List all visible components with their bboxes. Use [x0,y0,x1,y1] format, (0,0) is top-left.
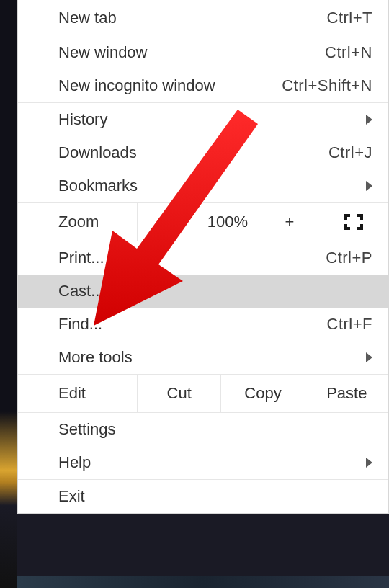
menu-item-label: Exit [58,487,372,506]
menu-item-shortcut: Ctrl+F [293,315,372,334]
menu-item-new-tab[interactable]: New tab Ctrl+T [18,0,388,36]
menu-item-more-tools[interactable]: More tools [18,341,388,374]
chevron-right-icon [366,115,372,125]
menu-item-shortcut: Ctrl+Shift+N [282,76,372,95]
menu-item-cast[interactable]: Cast... [18,275,388,308]
menu-item-label: Find... [58,315,293,334]
menu-item-label: Bookmarks [58,177,360,195]
menu-item-label: Print... [58,249,293,267]
menu-item-find[interactable]: Find... Ctrl+F [18,308,388,341]
paste-button[interactable]: Paste [305,375,388,412]
menu-item-label: New tab [58,9,293,27]
cut-button[interactable]: Cut [138,375,221,412]
menu-item-downloads[interactable]: Downloads Ctrl+J [18,136,388,169]
fullscreen-icon [344,214,363,230]
menu-item-print[interactable]: Print... Ctrl+P [18,241,388,275]
zoom-in-button[interactable]: + [261,203,318,241]
menu-item-label: History [58,110,360,129]
zoom-out-button[interactable]: − [138,203,194,241]
menu-item-label: Help [58,453,360,472]
menu-item-help[interactable]: Help [18,446,388,479]
chevron-right-icon [366,458,372,468]
background-window-bottom [17,576,389,588]
menu-item-history[interactable]: History [18,103,388,136]
zoom-label: Zoom [18,203,138,241]
menu-edit-row: Edit Cut Copy Paste [18,374,388,413]
chevron-right-icon [366,181,372,191]
menu-item-settings[interactable]: Settings [18,413,388,446]
menu-item-label: Settings [58,420,372,439]
menu-item-label: New incognito window [58,76,282,95]
browser-main-menu: New tab Ctrl+T New window Ctrl+N New inc… [17,0,389,514]
menu-item-shortcut: Ctrl+N [293,43,372,62]
menu-item-label: Cast... [58,282,372,300]
menu-item-exit[interactable]: Exit [18,480,388,513]
menu-item-shortcut: Ctrl+P [293,249,372,267]
menu-zoom-row: Zoom − 100% + [18,202,388,241]
chevron-right-icon [366,352,372,362]
copy-button[interactable]: Copy [221,375,305,412]
fullscreen-button[interactable] [318,203,388,241]
menu-item-shortcut: Ctrl+J [293,143,372,162]
menu-item-new-window[interactable]: New window Ctrl+N [18,36,388,69]
menu-item-new-incognito[interactable]: New incognito window Ctrl+Shift+N [18,69,388,102]
menu-item-label: More tools [58,348,360,367]
edit-label: Edit [18,375,138,412]
menu-item-shortcut: Ctrl+T [293,9,372,27]
menu-item-bookmarks[interactable]: Bookmarks [18,169,388,202]
menu-item-label: Downloads [58,143,293,162]
background-window-strip [0,0,17,588]
zoom-value: 100% [194,203,261,241]
menu-item-label: New window [58,43,293,62]
